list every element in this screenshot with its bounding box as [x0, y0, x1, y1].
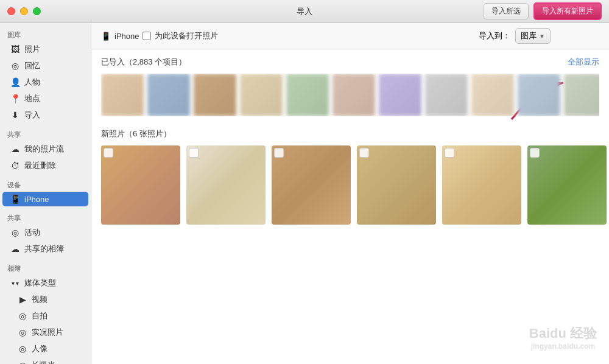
- sidebar-long-exp-label: 长曝光: [32, 360, 55, 364]
- sidebar-item-recently-deleted[interactable]: ⏱ 最近删除: [2, 158, 88, 173]
- sidebar-videos-label: 视频: [32, 294, 48, 305]
- imported-thumb-8[interactable]: [425, 74, 468, 116]
- new-photos-title: 新照片（6 张照片）: [101, 128, 171, 139]
- sidebar-item-photos[interactable]: 🖼 照片: [2, 41, 88, 57]
- watermark-url: jingyan.baidu.com: [529, 342, 597, 352]
- sidebar-item-long-exp[interactable]: ◉ 长曝光: [2, 357, 88, 364]
- sidebar-section-albums: 相簿: [0, 259, 91, 275]
- sidebar-item-my-stream[interactable]: ☁ 我的照片流: [2, 141, 88, 157]
- memories-icon: ◎: [10, 61, 21, 71]
- maximize-button[interactable]: [33, 7, 41, 15]
- sidebar-iphone-label: iPhone: [24, 195, 49, 204]
- long-exp-icon: ◉: [17, 360, 28, 364]
- imported-section-title: 已导入（2,883 个项目）: [101, 57, 186, 68]
- sidebar-import-label: 导入: [24, 110, 40, 121]
- photo-checkbox-6[interactable]: [530, 148, 540, 158]
- imported-thumb-5[interactable]: [286, 74, 329, 116]
- titlebar-actions: 导入所选 导入所有新照片: [484, 2, 602, 20]
- sidebar-item-iphone[interactable]: 📱 iPhone: [2, 192, 88, 206]
- sidebar-item-live-photos[interactable]: ◎ 实况照片: [2, 324, 88, 340]
- photos-icon: 🖼: [10, 44, 21, 54]
- sidebar-item-media-types[interactable]: ▾ 媒体类型: [2, 275, 88, 291]
- stream-icon: ☁: [10, 144, 21, 154]
- checkbox-label: 为此设备打开照片: [155, 30, 218, 41]
- photo-checkbox-5[interactable]: [445, 148, 454, 158]
- new-photo-6[interactable]: [527, 145, 607, 225]
- import-dest-value: 图库: [521, 30, 537, 41]
- minimize-button[interactable]: [20, 7, 28, 15]
- sidebar-places-label: 地点: [24, 93, 40, 104]
- sidebar-item-people[interactable]: 👤 人物: [2, 74, 88, 90]
- import-dest-select[interactable]: 图库 ▼: [515, 28, 551, 44]
- sidebar-item-activity[interactable]: ◎ 活动: [2, 225, 88, 240]
- import-selected-button[interactable]: 导入所选: [484, 3, 529, 19]
- sidebar-people-label: 人物: [24, 77, 40, 88]
- imported-thumb-10[interactable]: [518, 74, 560, 116]
- window-title: 导入: [297, 6, 312, 17]
- activity-icon: ◎: [10, 228, 21, 237]
- photo-thumb-4: [357, 145, 436, 225]
- sidebar-item-places[interactable]: 📍 地点: [2, 91, 88, 107]
- new-photo-4[interactable]: [357, 145, 436, 225]
- imported-thumb-7[interactable]: [379, 74, 421, 116]
- main-container: 图库 🖼 照片 ◎ 回忆 👤 人物 📍 地点 ⬇ 导入 共享 ☁ 我的照片流 ⏱…: [0, 23, 609, 364]
- imported-photos-strip: [101, 74, 599, 116]
- imported-thumb-4[interactable]: [240, 74, 283, 116]
- sidebar-item-portraits[interactable]: ◎ 人像: [2, 341, 88, 357]
- imported-thumb-6[interactable]: [333, 74, 375, 116]
- import-all-button[interactable]: 导入所有新照片: [533, 2, 602, 20]
- imported-thumb-1[interactable]: [101, 74, 144, 116]
- photo-checkbox-2[interactable]: [189, 148, 199, 158]
- sidebar-shared-label: 共享的相簿: [24, 243, 64, 254]
- selfies-icon: ◎: [17, 311, 28, 321]
- sidebar-item-import[interactable]: ⬇ 导入: [2, 107, 88, 123]
- select-dropdown-icon: ▼: [539, 33, 545, 40]
- photo-thumb-1: [101, 145, 180, 225]
- sidebar-stream-label: 我的照片流: [24, 144, 64, 155]
- sidebar-deleted-label: 最近删除: [24, 160, 56, 171]
- sidebar-item-memories[interactable]: ◎ 回忆: [2, 58, 88, 74]
- imported-thumb-11[interactable]: [564, 74, 599, 116]
- content-topbar: 📱 iPhone 为此设备打开照片 导入到： 图库 ▼: [91, 23, 609, 49]
- device-label: 📱 iPhone 为此设备打开照片: [101, 30, 218, 41]
- deleted-icon: ⏱: [10, 161, 21, 170]
- window-controls: [7, 7, 41, 15]
- photo-thumb-3: [272, 145, 351, 225]
- content-area: 📱 iPhone 为此设备打开照片 导入到： 图库 ▼: [91, 23, 609, 364]
- new-photos-header: 新照片（6 张照片）: [101, 128, 599, 139]
- sidebar-photos-label: 照片: [24, 44, 40, 55]
- sidebar-section-shared-header: 共享: [0, 125, 91, 141]
- sidebar-memories-label: 回忆: [24, 60, 40, 71]
- watermark: Baidu 经验 jingyan.baidu.com: [529, 325, 597, 352]
- live-icon: ◎: [17, 327, 28, 337]
- new-photo-5[interactable]: [442, 145, 521, 225]
- import-icon: ⬇: [10, 110, 21, 120]
- sidebar-item-selfies[interactable]: ◎ 自拍: [2, 308, 88, 324]
- photo-checkbox-1[interactable]: [104, 148, 113, 158]
- photo-thumb-2: [186, 145, 266, 225]
- watermark-logo: Baidu 经验: [529, 326, 597, 341]
- imported-thumb-9[interactable]: [471, 74, 514, 116]
- places-icon: 📍: [10, 94, 21, 103]
- new-photos-section: 新照片（6 张照片）: [101, 128, 599, 225]
- imported-thumb-3[interactable]: [194, 74, 236, 116]
- shared-icon: ☁: [10, 244, 21, 254]
- close-button[interactable]: [7, 7, 15, 15]
- new-photos-grid: [101, 145, 599, 225]
- new-photo-3[interactable]: [272, 145, 351, 225]
- videos-icon: ▶: [17, 295, 28, 304]
- photo-checkbox-4[interactable]: [359, 148, 369, 158]
- new-photo-2[interactable]: [186, 145, 266, 225]
- sidebar-section-shared2: 共享: [0, 209, 91, 224]
- new-photo-1[interactable]: [101, 145, 180, 225]
- photo-thumb-5: [442, 145, 521, 225]
- people-icon: 👤: [10, 77, 21, 87]
- portrait-icon: ◎: [17, 344, 28, 354]
- import-to-label: 导入到：: [479, 30, 510, 41]
- photo-checkbox-3[interactable]: [274, 148, 284, 158]
- sidebar-item-videos[interactable]: ▶ 视频: [2, 292, 88, 307]
- imported-thumb-2[interactable]: [147, 74, 190, 116]
- show-all-link[interactable]: 全部显示: [568, 57, 599, 68]
- open-photos-checkbox[interactable]: [143, 32, 151, 40]
- sidebar-item-shared-albums[interactable]: ☁ 共享的相簿: [2, 241, 88, 257]
